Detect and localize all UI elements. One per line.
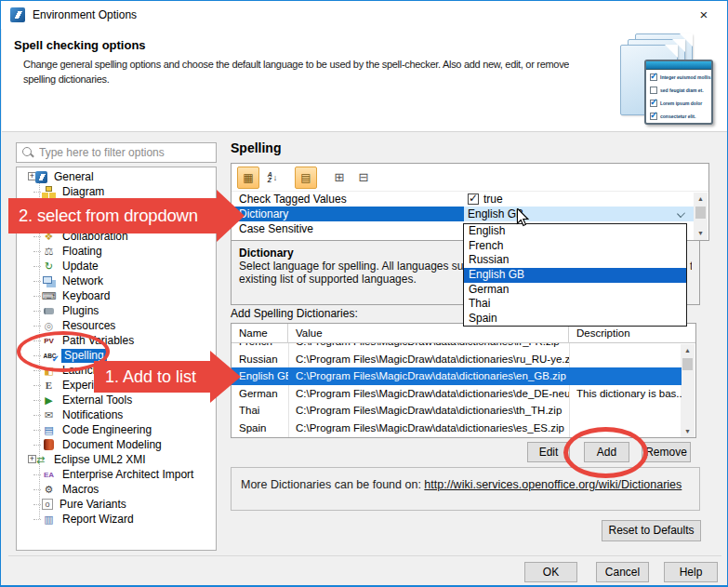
dropdown-option-spain[interactable]: Spain	[464, 312, 686, 327]
tree-item-notifications[interactable]: ✉Notifications	[17, 407, 216, 422]
tree-item-label: Network	[60, 274, 106, 288]
tree-item-label: Enterprise Architect Import	[60, 468, 196, 482]
categorized-view-button[interactable]: ▦	[237, 167, 259, 189]
scroll-down-icon[interactable]: ▼	[694, 227, 708, 240]
code-engineering-icon: ▤	[42, 424, 56, 436]
tree-item-label: Diagram	[60, 185, 107, 199]
table-row-english-gb[interactable]: English GBC:\Program Files\MagicDraw\dat…	[232, 367, 682, 385]
filter-options-input[interactable]	[39, 146, 206, 159]
tree-item-update[interactable]: ↻Update	[17, 259, 216, 273]
dropdown-option-russian[interactable]: Russian	[464, 253, 686, 268]
tree-guide-stub	[33, 326, 41, 327]
scrollbar-thumb[interactable]	[682, 358, 693, 370]
tree-item-label: General	[51, 170, 97, 184]
tree-item-eclipse-uml2-xmi[interactable]: +⇄Eclipse UML2 XMI	[17, 452, 216, 467]
table-row-russian[interactable]: RussianC:\Program Files\MagicDraw\data\d…	[232, 351, 682, 368]
checklist-label: sed feugiat diam et.	[660, 87, 704, 93]
notifications-icon: ✉	[42, 409, 56, 421]
dropdown-option-german[interactable]: German	[464, 283, 686, 298]
tree-item-label: Document Modeling	[60, 438, 165, 452]
checklist-label: consectetur elit.	[660, 113, 695, 119]
plugins-icon	[42, 305, 56, 317]
property-row-dictionary[interactable]: Dictionary English GB	[232, 207, 708, 221]
network-icon	[42, 275, 56, 287]
window-title: Environment Options	[33, 8, 137, 21]
show-description-button[interactable]: ▤	[295, 167, 317, 189]
scroll-up-icon[interactable]: ▲	[694, 193, 708, 206]
expand-all-button[interactable]: ⊞	[328, 167, 351, 189]
tree-guide-stub	[33, 236, 41, 237]
scroll-down-icon[interactable]: ▼	[681, 425, 695, 438]
tree-guide-stub	[33, 385, 41, 386]
checkbox-checked-icon[interactable]	[468, 193, 479, 205]
table-row-german[interactable]: GermanC:\Program Files\MagicDraw\data\di…	[232, 385, 682, 403]
tree-item-plugins[interactable]: Plugins	[17, 303, 216, 318]
tree-guide-stub	[33, 430, 41, 431]
sort-alphabetically-button[interactable]: AZ↓	[261, 167, 284, 189]
tree-item-general[interactable]: +General	[17, 169, 216, 184]
scrollbar-thumb[interactable]	[695, 207, 706, 219]
remove-button[interactable]: Remove	[642, 442, 691, 462]
tree-item-document-modeling[interactable]: Document Modeling	[17, 437, 216, 452]
dropdown-option-english-gb[interactable]: English GB	[464, 268, 686, 283]
general-icon	[35, 171, 47, 183]
table-header[interactable]: Name Value Description	[232, 324, 695, 343]
checklist-label: Lorem ipsum dolor	[660, 100, 702, 106]
dropdown-option-french[interactable]: French	[464, 239, 686, 254]
tree-guide-stub	[33, 415, 41, 416]
ok-button[interactable]: OK	[524, 562, 577, 582]
annotation-step2-banner: 2. select from dropdown	[8, 198, 217, 233]
panel-title: Spelling	[231, 140, 281, 155]
close-icon[interactable]: ×	[694, 7, 714, 23]
column-header-name[interactable]: Name	[232, 324, 288, 343]
collapse-all-button[interactable]: ⊟	[352, 167, 375, 189]
table-cell: This dictionary is bas...	[569, 385, 682, 403]
help-button[interactable]: Help	[664, 562, 718, 582]
tree-item-floating[interactable]: ⚖Floating	[17, 244, 216, 259]
enterprise-architect-import-icon: EA	[42, 469, 56, 481]
header-description-line2: spelling dictionaries.	[23, 73, 109, 85]
tree-item-diagram[interactable]: Diagram	[17, 184, 216, 199]
tree-item-external-tools[interactable]: ▶External Tools	[17, 393, 216, 407]
annotation-step1-banner: 1. Add to list	[94, 361, 210, 393]
tree-item-label: Floating	[60, 245, 105, 259]
chevron-down-icon	[677, 209, 685, 218]
checklist-row: consectetur elit.	[646, 110, 711, 122]
header-band: Spell checking options Change general sp…	[2, 29, 728, 132]
environment-options-dialog: Environment Options × Spell checking opt…	[0, 0, 728, 587]
tree-item-macros[interactable]: ⚙Macros	[17, 482, 216, 497]
dictionary-combobox[interactable]: English GB	[464, 207, 694, 221]
tree-item-resources[interactable]: ◎Resources	[17, 318, 216, 333]
table-scrollbar[interactable]: ▲ ▼	[681, 344, 695, 438]
tree-item-enterprise-architect-import[interactable]: EAEnterprise Architect Import	[17, 467, 216, 482]
scroll-up-icon[interactable]: ▲	[681, 344, 695, 357]
annotation-step1-arrowhead	[210, 351, 241, 403]
table-cell	[569, 343, 682, 351]
tree-item-code-engineering[interactable]: ▤Code Engineering	[17, 422, 216, 437]
checkbox-unchecked-icon	[650, 87, 657, 94]
dictionaries-link[interactable]: http://wiki.services.openoffice.org/wiki…	[424, 478, 682, 491]
tree-item-label: Notifications	[60, 408, 126, 422]
dropdown-option-thai[interactable]: Thai	[464, 297, 686, 312]
tree-item-label: Keyboard	[60, 289, 113, 303]
document-modeling-icon	[42, 439, 56, 451]
sort-alphabetically-icon: AZ	[268, 172, 272, 183]
header-description-line1: Change general spelling options and choo…	[23, 59, 569, 70]
tree-item-pure-variants[interactable]: oPure Variants	[17, 497, 216, 512]
properties-scrollbar[interactable]: ▲ ▼	[694, 193, 708, 240]
tree-item-network[interactable]: Network	[17, 273, 216, 288]
table-row-thai[interactable]: ThaiC:\Program Files\MagicDraw\data\dict…	[232, 402, 682, 420]
table-row-french[interactable]: FrenchC:\Program Files\MagicDraw\data\di…	[232, 343, 682, 351]
property-row-check-tagged-values[interactable]: Check Tagged Values true	[232, 192, 708, 207]
report-wizard-icon: ▥	[42, 514, 56, 526]
dropdown-option-english[interactable]: English	[464, 224, 686, 239]
dictionary-dropdown-list[interactable]: EnglishFrenchRussianEnglish GBGermanThai…	[463, 223, 687, 327]
reset-to-defaults-button[interactable]: Reset to Defaults	[602, 520, 701, 541]
cancel-button[interactable]: Cancel	[596, 562, 649, 582]
checkbox-checked-icon	[650, 100, 657, 107]
table-cell: C:\Program Files\MagicDraw\data\dictiona…	[288, 420, 569, 437]
tree-item-report-wizard[interactable]: ▥Report Wizard	[17, 512, 216, 527]
property-name: Check Tagged Values	[232, 192, 464, 207]
checklist-row: Lorem ipsum dolor	[646, 97, 711, 109]
tree-item-keyboard[interactable]: ⌨Keyboard	[17, 288, 216, 303]
